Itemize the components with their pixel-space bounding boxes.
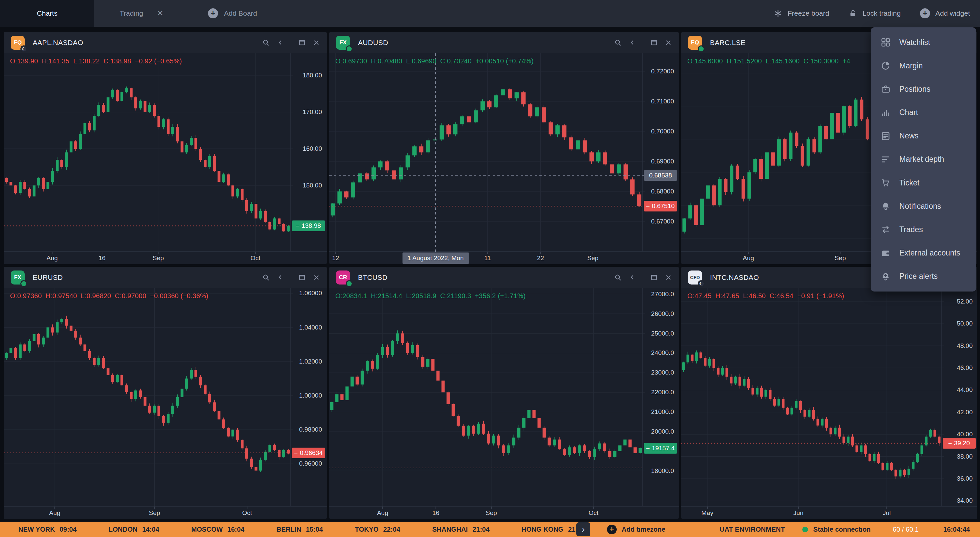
maximize-icon[interactable] [298, 39, 306, 47]
candlestick-plot [4, 288, 327, 519]
candlestick-plot [4, 53, 327, 264]
symbol-name[interactable]: EURUSD [33, 274, 63, 282]
menu-item-label: Ticket [899, 178, 920, 188]
divider [643, 38, 643, 47]
close-tab-icon[interactable]: ✕ [158, 9, 163, 18]
y-axis-label: 48.00 [957, 342, 973, 349]
maximize-icon[interactable] [650, 274, 658, 282]
menu-item-positions[interactable]: Positions [871, 78, 976, 100]
connection-status: Stable connection [802, 526, 871, 533]
close-icon[interactable] [313, 39, 320, 46]
instrument-type-badge: FX [11, 271, 25, 285]
timezone-berlin: BERLIN15:04 [276, 526, 323, 533]
maximize-icon[interactable] [650, 39, 658, 47]
divider [643, 273, 643, 282]
candlestick-plot [681, 288, 977, 519]
menu-item-trades[interactable]: Trades [871, 219, 976, 240]
close-icon[interactable] [665, 39, 672, 46]
instrument-type-badge: EQ [688, 36, 702, 50]
maximize-icon[interactable] [298, 274, 306, 282]
freeze-board-label: Freeze board [788, 10, 829, 18]
add-widget-label: Add widget [935, 10, 970, 18]
candlestick-plot [329, 53, 679, 264]
menu-item-notifications[interactable]: Notifications [871, 196, 976, 217]
close-icon[interactable] [665, 274, 672, 281]
chevron-left-icon[interactable] [628, 274, 636, 281]
chart-canvas[interactable]: O:20834.1 H:21514.4 L:20518.9 C:21190.3 … [329, 288, 679, 519]
tab-charts-label: Charts [37, 10, 58, 18]
menu-item-ticket[interactable]: Ticket [871, 172, 976, 193]
menu-item-chart[interactable]: Chart [871, 102, 976, 123]
symbol-name[interactable]: INTC.NASDAO [710, 274, 759, 282]
timezone-time: 14:04 [142, 526, 159, 533]
chart-bars-icon [881, 108, 891, 118]
menu-item-market-depth[interactable]: Market depth [871, 149, 976, 170]
timezone-more-button[interactable]: › [576, 522, 590, 536]
ticket-cart-icon [881, 178, 891, 188]
freeze-board-button[interactable]: Freeze board [774, 9, 829, 18]
chevron-left-icon[interactable] [277, 39, 284, 46]
symbol-name[interactable]: BTCUSD [358, 274, 387, 282]
chart-canvas[interactable]: O:0.69730 H:0.70480 L:0.69690 C:0.70240 … [329, 53, 679, 264]
chevron-right-icon: › [582, 524, 585, 535]
y-axis-label: 20000.0 [651, 428, 674, 435]
add-timezone-label: Add timezone [622, 526, 665, 533]
timezone-city: LONDON [109, 526, 138, 533]
y-axis-label: 27000.0 [651, 290, 674, 298]
chevron-left-icon[interactable] [277, 274, 284, 281]
y-axis-label: 0.68000 [651, 188, 674, 195]
search-icon[interactable] [614, 274, 622, 282]
last-price-badge: ‒0.96634 [292, 448, 325, 458]
y-axis-label: 21000.0 [651, 408, 674, 416]
tab-charts[interactable]: Charts [0, 0, 94, 27]
timezone-strip: NEW YORK09:04LONDON14:04MOSCOW16:04BERLI… [0, 526, 576, 533]
y-axis-label: 180.00 [303, 72, 322, 79]
lock-trading-button[interactable]: Lock trading [849, 9, 900, 18]
symbol-name[interactable]: AUDUSD [358, 39, 388, 47]
x-axis-label: 16 [99, 255, 106, 262]
timezone-london: LONDON14:04 [109, 526, 159, 533]
ohlc-readout: O:0.69730 H:0.70480 L:0.69690 C:0.70240 … [335, 57, 534, 65]
add-board-button[interactable]: + Add Board [208, 0, 257, 27]
candlestick-plot [329, 288, 679, 519]
y-axis-label: 42.00 [957, 409, 973, 416]
close-icon[interactable] [313, 274, 320, 281]
external-accounts-wallet-icon [881, 248, 891, 258]
y-axis-label: 1.00000 [299, 392, 322, 399]
market-open-dot-icon [346, 280, 353, 287]
price-alerts-bell-plus-icon [881, 271, 891, 282]
search-icon[interactable] [262, 39, 270, 47]
add-board-label: Add Board [224, 10, 257, 18]
y-axis-label: 0.72000 [651, 68, 674, 75]
menu-item-watchlist[interactable]: Watchlist [871, 32, 976, 53]
tab-trading[interactable]: Trading ✕ [94, 0, 189, 27]
y-axis-label: 52.00 [957, 298, 973, 305]
menu-item-margin[interactable]: Margin [871, 55, 976, 76]
divider [291, 273, 291, 282]
chart-panel-intc.nasdao: CFD ☾ INTC.NASDAO O:47.45 H:47.65 L:46.5… [681, 267, 977, 519]
chart-canvas[interactable]: O:139.90 H:141.35 L:138.22 C:138.98 −0.9… [4, 53, 327, 264]
y-axis-label: 1.02000 [299, 358, 322, 365]
menu-item-price-alerts[interactable]: Price alerts [871, 266, 976, 287]
symbol-name[interactable]: AAPL.NASDAO [33, 39, 83, 47]
last-price-badge: ‒138.98 [292, 220, 325, 231]
menu-item-news[interactable]: News [871, 126, 976, 147]
search-icon[interactable] [262, 274, 270, 282]
x-axis-label: Aug [743, 255, 754, 262]
timezone-tokyo: TOKYO22:04 [355, 526, 400, 533]
topbar-actions: Freeze board Lock trading + Add widget [774, 0, 980, 27]
chart-canvas[interactable]: O:47.45 H:47.65 L:46.50 C:46.54 −0.91 (−… [681, 288, 977, 519]
add-widget-button[interactable]: + Add widget [920, 8, 970, 18]
panel-header-icons [262, 38, 320, 47]
chevron-left-icon[interactable] [628, 39, 636, 46]
menu-item-external-accounts[interactable]: External accounts [871, 242, 976, 264]
menu-item-label: Market depth [899, 155, 944, 164]
timezone-city: MOSCOW [191, 526, 223, 533]
chart-canvas[interactable]: O:0.97360 H:0.97540 L:0.96820 C:0.97000 … [4, 288, 327, 519]
divider [291, 38, 291, 47]
add-timezone-button[interactable]: + Add timezone [607, 525, 665, 534]
market-closed-moon-icon: ☾ [698, 280, 705, 287]
symbol-name[interactable]: BARC.LSE [710, 39, 745, 47]
search-icon[interactable] [614, 39, 622, 47]
instrument-type-badge: EQ ☾ [11, 36, 25, 50]
